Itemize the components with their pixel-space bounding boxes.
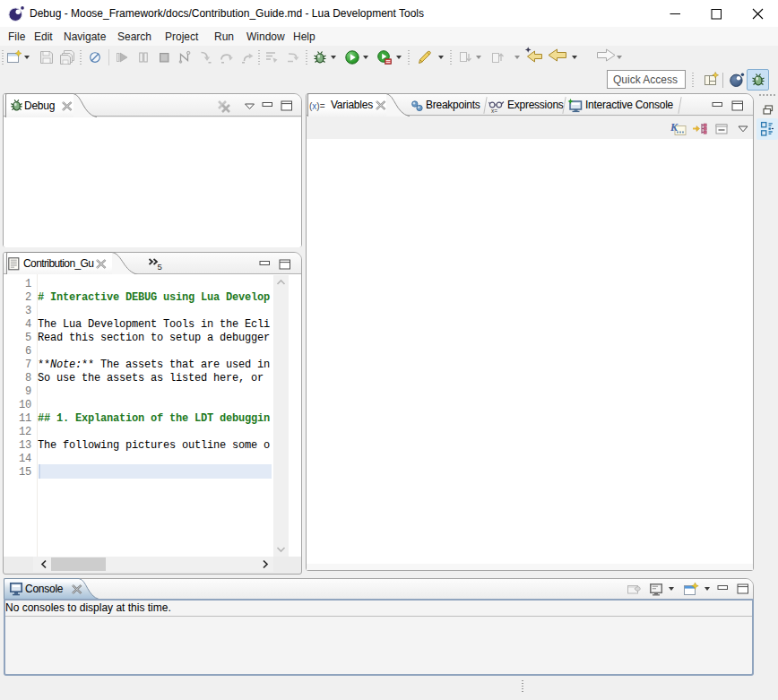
svg-text:x=: x=	[491, 108, 497, 114]
svg-text:5: 5	[158, 262, 162, 272]
